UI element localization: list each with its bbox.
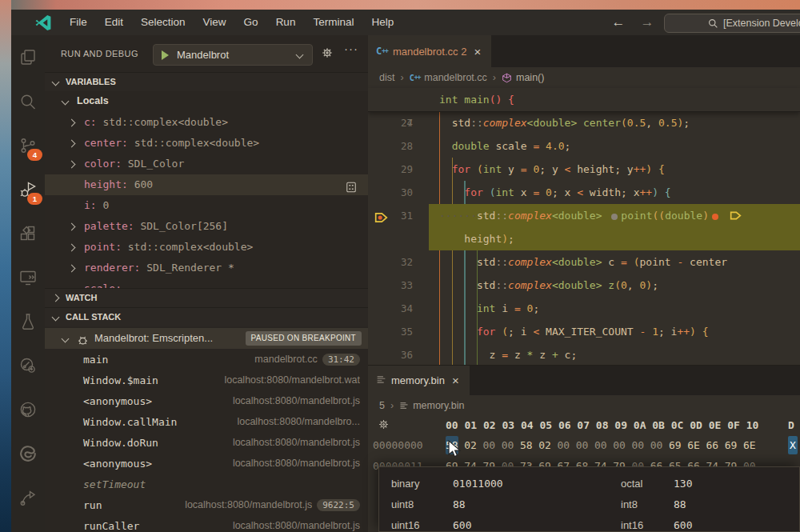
activity-source-control[interactable]: 4 bbox=[11, 123, 45, 167]
stack-frame-main[interactable]: mainmandelbrot.cc31:42 bbox=[45, 349, 368, 370]
menu-item-run[interactable]: Run bbox=[267, 10, 305, 35]
variable-name: palette: bbox=[84, 220, 140, 232]
variable-row-scale[interactable]: scale: bbox=[45, 278, 368, 288]
stack-frame-anonymous[interactable]: <anonymous>localhost:8080/mandelbrot.js bbox=[45, 390, 368, 411]
code-token: + bbox=[552, 349, 558, 361]
activity-remote-explorer[interactable] bbox=[11, 255, 45, 299]
code-line-30[interactable]: 30 for (int x = 0; x < width; x++) { bbox=[368, 181, 800, 204]
code-line-36[interactable]: 36 z = z * z + c; bbox=[368, 343, 800, 365]
hex-byte[interactable]: 00 bbox=[558, 436, 570, 454]
code-line-35[interactable]: 35 for (; i < MAX_ITER_COUNT - 1; i++) { bbox=[368, 320, 800, 343]
hex-byte[interactable]: 00 bbox=[483, 436, 496, 454]
code-line-27[interactable]: 27 std::complex<double> center(0.5, 0.5)… bbox=[368, 111, 800, 134]
debug-settings-gear-icon[interactable] bbox=[321, 46, 334, 62]
activity-explorer[interactable] bbox=[11, 35, 45, 79]
launch-config-dropdown[interactable]: Mandelbrot bbox=[153, 44, 313, 66]
variable-row-center[interactable]: center: std::complex<double> bbox=[45, 133, 368, 154]
menu-item-file[interactable]: File bbox=[61, 10, 96, 35]
code-text: for (int x = 0; x < width; x++) { bbox=[439, 181, 671, 204]
activity-testing[interactable] bbox=[11, 299, 45, 343]
variables-section-header[interactable]: VARIABLES bbox=[45, 72, 368, 91]
nav-forward-button[interactable]: → bbox=[637, 13, 658, 32]
breadcrumb-file[interactable]: memory.bin bbox=[413, 400, 464, 411]
hex-byte[interactable]: 66 bbox=[706, 436, 719, 454]
stack-frame-runCaller[interactable]: runCallerlocalhost:8080/mandelbrot.js bbox=[45, 515, 368, 532]
nav-back-button[interactable]: ← bbox=[608, 13, 629, 32]
menu-item-help[interactable]: Help bbox=[362, 10, 402, 35]
stack-frame-Window.doRun[interactable]: Window.doRunlocalhost:8080/mandelbrot.js bbox=[45, 432, 368, 453]
activity-live-share[interactable] bbox=[11, 475, 45, 519]
hex-byte[interactable]: 6E bbox=[743, 436, 756, 454]
code-line-34[interactable]: 34 int i = 0; bbox=[368, 297, 800, 320]
stack-frame-Window.$main[interactable]: Window.$mainlocalhost:8080/mandelbrot.wa… bbox=[45, 370, 368, 390]
hex-byte[interactable]: 00 bbox=[594, 436, 607, 454]
code-area[interactable]: 27 std::complex<double> center(0.5, 0.5)… bbox=[368, 111, 800, 365]
variable-row-renderer[interactable]: renderer: SDL_Renderer * bbox=[45, 258, 368, 278]
activity-search[interactable] bbox=[11, 79, 45, 123]
breadcrumb-file[interactable]: mandelbrot.cc bbox=[424, 72, 487, 83]
variable-row-point[interactable]: point: std::complex<double> bbox=[45, 237, 368, 258]
hex-byte[interactable]: 58 bbox=[520, 436, 533, 454]
close-icon[interactable]: × bbox=[450, 374, 462, 387]
command-center-search[interactable]: [Extension Develop bbox=[664, 14, 800, 33]
hex-row-00000000[interactable]: 00000000580200005802000000000000696E6669… bbox=[368, 436, 800, 454]
variable-row-c[interactable]: c: std::complex<double> bbox=[45, 112, 368, 133]
tab-mandelbrot[interactable]: C++ mandelbrot.cc 2 × bbox=[368, 35, 491, 67]
code-token: complex bbox=[508, 279, 552, 291]
hex-byte[interactable]: 00 bbox=[650, 436, 663, 454]
hex-byte[interactable]: 02 bbox=[538, 436, 551, 454]
code-line-29[interactable]: 29 for (int y = 0; y < height; y++) { bbox=[368, 158, 800, 181]
hex-byte[interactable]: 00 bbox=[613, 436, 626, 454]
code-line-wrap[interactable]: height); bbox=[368, 227, 800, 250]
menu-item-go[interactable]: Go bbox=[235, 10, 267, 35]
variable-row-palette[interactable]: palette: SDL_Color[256] bbox=[45, 216, 368, 237]
binary-file-icon bbox=[399, 401, 409, 410]
variable-row-color[interactable]: color: SDL_Color bbox=[45, 154, 368, 174]
hex-byte[interactable]: 02 bbox=[464, 436, 477, 454]
hex-byte[interactable]: 00 bbox=[632, 436, 645, 454]
inspector-row: uint888int888 bbox=[379, 494, 799, 515]
stack-frame-run[interactable]: runlocalhost:8080/mandelbrot.js9622:5 bbox=[45, 494, 368, 515]
breadcrumb-folder[interactable]: dist bbox=[379, 72, 394, 83]
hex-byte[interactable]: 69 bbox=[669, 436, 682, 454]
sticky-scroll-line[interactable]: 4 int main() { bbox=[368, 88, 800, 112]
menu-item-terminal[interactable]: Terminal bbox=[304, 10, 362, 35]
breadcrumb-symbol[interactable]: main() bbox=[516, 72, 544, 83]
code-line-31[interactable]: 31······std::complex<double> point((doub… bbox=[368, 204, 800, 227]
variable-row-i[interactable]: i: 0 bbox=[45, 195, 368, 216]
menu-item-view[interactable]: View bbox=[194, 10, 235, 35]
stack-frame-setTimeout[interactable]: setTimeout bbox=[45, 474, 368, 494]
stack-frame-Window.callMain[interactable]: Window.callMainlocalhost:8080/mandelbro.… bbox=[45, 411, 368, 432]
activity-extensions[interactable] bbox=[11, 211, 45, 255]
activity-github[interactable] bbox=[11, 387, 45, 431]
decoded-char[interactable]: X bbox=[788, 436, 798, 454]
code-token: for bbox=[452, 163, 470, 175]
activity-memory-inspector[interactable] bbox=[11, 343, 45, 387]
close-icon[interactable]: × bbox=[471, 45, 483, 58]
breadcrumb-index[interactable]: 5 bbox=[379, 400, 385, 411]
watch-section-header[interactable]: WATCH bbox=[45, 288, 368, 307]
activity-edge-devtools[interactable] bbox=[11, 431, 45, 475]
hex-byte[interactable]: 00 bbox=[502, 436, 514, 454]
code-line-28[interactable]: 28 double scale = 4.0; bbox=[368, 134, 800, 158]
stack-frame-anonymous[interactable]: <anonymous>localhost:8080/mandelbrot.js bbox=[45, 453, 368, 474]
menu-item-edit[interactable]: Edit bbox=[96, 10, 132, 35]
tab-memory-bin[interactable]: memory.bin × bbox=[368, 366, 470, 395]
code-token: ; bbox=[508, 233, 514, 245]
menu-item-selection[interactable]: Selection bbox=[132, 10, 194, 35]
debug-session-row[interactable]: Mandelbrot: Emscripten... PAUSED ON BREA… bbox=[45, 328, 368, 349]
more-actions-icon[interactable]: ··· bbox=[344, 42, 358, 55]
code-line-32[interactable]: 32 std::complex<double> c = (point - cen… bbox=[368, 250, 800, 274]
locals-subsection[interactable]: Locals bbox=[45, 91, 368, 110]
activity-run-and-debug[interactable]: 1 bbox=[11, 167, 45, 211]
chevron-right-icon bbox=[68, 244, 76, 252]
start-debug-icon[interactable] bbox=[162, 50, 169, 60]
frame-name: Window.doRun bbox=[83, 437, 158, 449]
hex-byte[interactable]: 69 bbox=[725, 436, 738, 454]
callstack-section-header[interactable]: CALL STACK bbox=[45, 307, 368, 326]
hex-byte[interactable]: 6E bbox=[687, 436, 700, 454]
code-line-33[interactable]: 33 std::complex<double> z(0, 0); bbox=[368, 274, 800, 297]
variable-row-height[interactable]: height: 600 bbox=[45, 174, 368, 195]
code-token: { bbox=[658, 163, 665, 175]
hex-byte[interactable]: 00 bbox=[576, 436, 589, 454]
